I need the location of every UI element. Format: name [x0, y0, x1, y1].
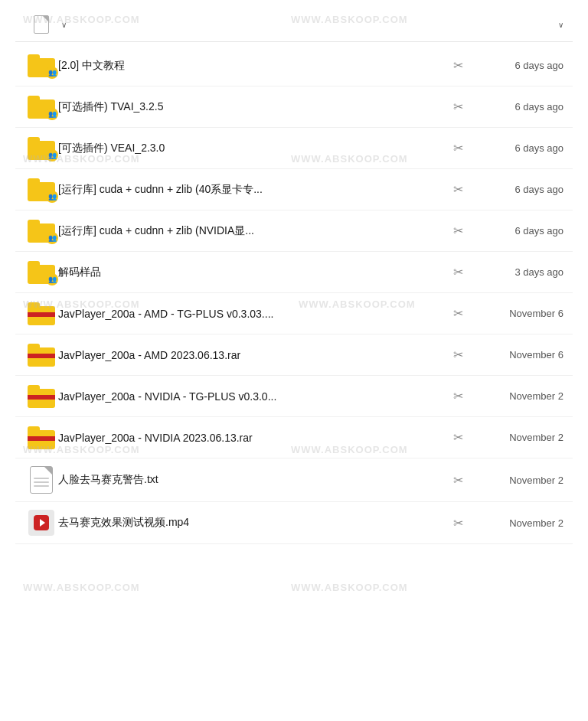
file-modified-date: 6 days ago	[472, 101, 564, 113]
file-icon-cell	[24, 426, 58, 449]
action-tools-icon[interactable]: ✂	[447, 473, 469, 488]
file-icon-cell	[24, 385, 58, 408]
file-name: [2.0] 中文教程	[58, 59, 447, 73]
list-item[interactable]: 去马赛克效果测试视频.mp4 ✂ November 2	[15, 502, 573, 544]
action-tools-icon[interactable]: ✂	[447, 58, 469, 73]
tools-icon: ✂	[453, 389, 463, 403]
folder-shared-icon: 👥	[28, 54, 55, 77]
file-modified-date: November 6	[472, 308, 564, 319]
header-file-icon	[34, 15, 49, 34]
file-modified-date: November 2	[472, 432, 564, 443]
folder-shared-icon: 👥	[28, 261, 55, 284]
tools-icon: ✂	[453, 306, 463, 321]
file-modified-date: 6 days ago	[472, 142, 564, 154]
file-name: [运行库] cuda + cudnn + zlib (40系显卡专...	[58, 183, 447, 197]
tools-icon: ✂	[453, 265, 463, 279]
list-item[interactable]: 👥 [2.0] 中文教程 ✂ 6 days ago	[15, 45, 573, 86]
action-tools-icon[interactable]: ✂	[447, 347, 469, 362]
list-item[interactable]: JavPlayer_200a - AMD - TG-PLUS v0.3.03..…	[15, 293, 573, 334]
action-tools-icon[interactable]: ✂	[447, 516, 469, 530]
tools-icon: ✂	[453, 223, 463, 238]
file-icon-cell: 👥	[24, 96, 58, 119]
folder-shared-icon: 👥	[28, 96, 55, 119]
tools-icon: ✂	[453, 182, 463, 197]
tools-icon: ✂	[453, 516, 463, 530]
file-icon-cell: 👥	[24, 261, 58, 284]
archive-folder-icon	[28, 302, 55, 325]
folder-shared-icon: 👥	[28, 178, 55, 201]
header-file-icon-cell	[24, 15, 58, 34]
list-item[interactable]: JavPlayer_200a - NVIDIA - TG-PLUS v0.3.0…	[15, 376, 573, 417]
header-name-column[interactable]: ∨	[58, 21, 456, 29]
tools-icon: ✂	[453, 473, 463, 488]
tools-icon: ✂	[453, 347, 463, 362]
file-modified-date: 3 days ago	[472, 266, 564, 278]
archive-folder-icon	[28, 426, 55, 449]
list-item[interactable]: 👥 [运行库] cuda + cudnn + zlib (NVIDIA显... …	[15, 210, 573, 252]
file-name: 去马赛克效果测试视频.mp4	[58, 516, 447, 530]
video-file-icon	[28, 510, 54, 536]
list-item[interactable]: 👥 [可选插件) TVAI_3.2.5 ✂ 6 days ago	[15, 86, 573, 128]
file-list: ∨ ∨ 👥 [2.0] 中文教程 ✂ 6 days ago 👥 [可选	[0, 0, 588, 544]
file-icon-cell: 👥	[24, 220, 58, 243]
archive-folder-icon	[28, 344, 55, 367]
folder-shared-icon: 👥	[28, 220, 55, 243]
file-modified-date: 6 days ago	[472, 225, 564, 237]
file-modified-date: 6 days ago	[472, 60, 564, 71]
action-tools-icon[interactable]: ✂	[447, 265, 469, 279]
file-name: [可选插件) VEAI_2.3.0	[58, 142, 447, 155]
tools-icon: ✂	[453, 141, 463, 155]
list-item[interactable]: JavPlayer_200a - NVIDIA 2023.06.13.rar ✂…	[15, 417, 573, 458]
file-modified-date: November 2	[472, 517, 564, 529]
file-icon-cell	[24, 510, 58, 536]
file-icon-cell	[24, 466, 58, 494]
list-item[interactable]: 👥 [可选插件) VEAI_2.3.0 ✂ 6 days ago	[15, 128, 573, 169]
list-item[interactable]: 👥 [运行库] cuda + cudnn + zlib (40系显卡专... ✂…	[15, 169, 573, 210]
file-modified-date: November 2	[472, 390, 564, 402]
file-modified-date: November 2	[472, 475, 564, 486]
header-modified-column[interactable]: ∨	[456, 21, 564, 29]
file-modified-date: November 6	[472, 349, 564, 360]
file-name: [运行库] cuda + cudnn + zlib (NVIDIA显...	[58, 224, 447, 238]
file-icon-cell	[24, 344, 58, 367]
file-name: JavPlayer_200a - AMD - TG-PLUS v0.3.03..…	[58, 308, 447, 320]
file-icon-cell: 👥	[24, 54, 58, 77]
tools-icon: ✂	[453, 100, 463, 114]
rows-container: 👥 [2.0] 中文教程 ✂ 6 days ago 👥 [可选插件) TVAI_…	[15, 45, 573, 544]
file-name: JavPlayer_200a - NVIDIA 2023.06.13.rar	[58, 432, 447, 444]
file-name: [可选插件) TVAI_3.2.5	[58, 100, 447, 114]
watermark: WWW.ABSKOOP.COM	[291, 582, 408, 593]
tools-icon: ✂	[453, 430, 463, 445]
folder-shared-icon: 👥	[28, 137, 55, 160]
file-name: 人脸去马赛克警告.txt	[58, 473, 447, 487]
archive-folder-icon	[28, 385, 55, 408]
watermark: WWW.ABSKOOP.COM	[23, 582, 140, 593]
action-tools-icon[interactable]: ✂	[447, 306, 469, 321]
action-tools-icon[interactable]: ✂	[447, 100, 469, 114]
header-modified-chevron: ∨	[558, 21, 564, 29]
list-item[interactable]: 👥 解码样品 ✂ 3 days ago	[15, 252, 573, 293]
txt-file-icon	[30, 466, 53, 494]
file-name: JavPlayer_200a - AMD 2023.06.13.rar	[58, 349, 447, 361]
file-name: 解码样品	[58, 266, 447, 279]
file-modified-date: 6 days ago	[472, 184, 564, 195]
action-tools-icon[interactable]: ✂	[447, 223, 469, 238]
action-tools-icon[interactable]: ✂	[447, 430, 469, 445]
file-icon-cell: 👥	[24, 178, 58, 201]
file-name: JavPlayer_200a - NVIDIA - TG-PLUS v0.3.0…	[58, 390, 447, 403]
list-header: ∨ ∨	[15, 8, 573, 42]
file-icon-cell: 👥	[24, 137, 58, 160]
file-icon-cell	[24, 302, 58, 325]
list-item[interactable]: JavPlayer_200a - AMD 2023.06.13.rar ✂ No…	[15, 334, 573, 376]
tools-icon: ✂	[453, 58, 463, 73]
action-tools-icon[interactable]: ✂	[447, 182, 469, 197]
action-tools-icon[interactable]: ✂	[447, 141, 469, 155]
header-name-chevron: ∨	[61, 21, 67, 29]
action-tools-icon[interactable]: ✂	[447, 389, 469, 403]
list-item[interactable]: 人脸去马赛克警告.txt ✂ November 2	[15, 458, 573, 502]
